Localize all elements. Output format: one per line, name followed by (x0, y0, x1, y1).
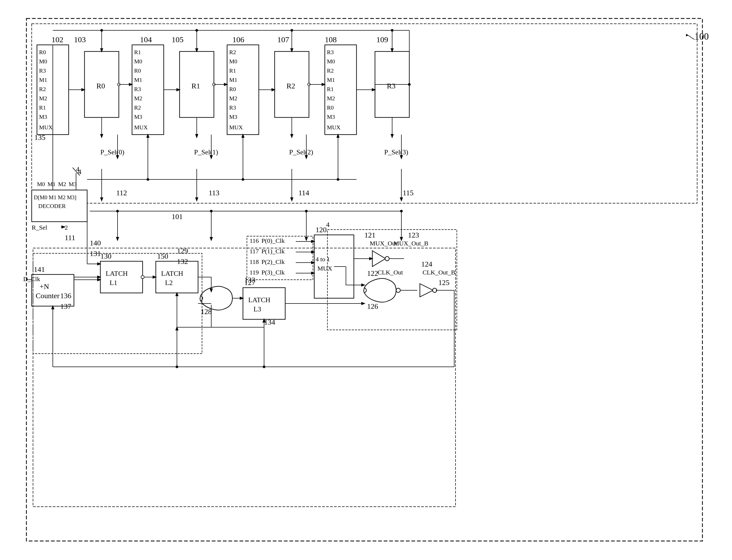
p3clk-ref: 119 (249, 269, 259, 276)
ref-126: 126 (367, 302, 378, 310)
ref-115: 115 (403, 189, 414, 197)
p1clk-ref: 117 (249, 248, 259, 255)
rsel-label: R_Sel (32, 224, 47, 231)
ref-103: 103 (74, 35, 86, 44)
mux106-r3: R3 (229, 104, 236, 111)
ref-136: 136 (60, 292, 71, 300)
ref-127: 133 (244, 276, 255, 284)
mux104-r3: R3 (134, 86, 141, 92)
l1-out-circle (141, 276, 144, 279)
psel0-label: P_Sel(0) (100, 148, 124, 156)
inverter-clk-out (420, 284, 433, 297)
counter-plus-n: +N (40, 282, 49, 291)
ref-113: 113 (209, 189, 219, 197)
mux102-r1: R1 (39, 104, 46, 111)
mux102-r3: R3 (39, 67, 46, 74)
ref-132: 132 (177, 257, 188, 265)
ref-121: 121 (364, 231, 376, 239)
ref-100: 100 (695, 31, 709, 42)
mux4to1-label1: 4 to 1 (315, 256, 330, 263)
mux106-m2: M2 (229, 95, 237, 102)
latch-l1-text1: LATCH (106, 270, 128, 277)
mux106-r2: R2 (229, 49, 236, 55)
mux104-m1: M1 (134, 77, 142, 83)
ref-123: 123 (408, 231, 419, 239)
mux108-m1: M1 (327, 77, 335, 83)
ref-141: 141 (34, 265, 45, 273)
ref-137: 137 (60, 302, 71, 310)
p1clk-label: P(1)_Clk (261, 248, 285, 255)
ref-107: 107 (277, 35, 289, 44)
latch-l3-text1: LATCH (248, 296, 270, 304)
p2clk-ref: 118 (249, 258, 259, 265)
latch-l2-text2: L2 (165, 279, 173, 287)
or-gate (200, 286, 233, 310)
mux102-m0: M0 (39, 58, 47, 65)
r3-label: R3 (387, 82, 396, 90)
latch-l1-text2: L1 (110, 279, 117, 287)
mux104-label: MUX (134, 124, 148, 131)
upper-region-border (32, 24, 697, 203)
mux106-m1: M1 (229, 77, 237, 83)
ref-129: 129 (177, 247, 188, 255)
psel1-label: P_Sel(1) (194, 148, 218, 156)
mux108-r0: R0 (327, 104, 334, 111)
label-4-mux: 4 (326, 221, 329, 229)
mux106-label: MUX (229, 124, 243, 131)
mux102-r0: R0 (39, 49, 46, 55)
clkout-b-label: CLK_Out_B (423, 269, 455, 276)
mux104-m2: M2 (134, 95, 142, 102)
decoder-text2: DECODER (38, 203, 66, 209)
mux108-m0: M0 (327, 58, 335, 65)
mux104-r1: R1 (134, 49, 141, 55)
m0-label: M0 (37, 181, 45, 187)
ref-114: 114 (298, 189, 309, 197)
ref-120: 120 (315, 226, 327, 234)
ref-124: 124 (421, 260, 432, 268)
ref-108: 108 (325, 35, 337, 44)
mux108-r2: R2 (327, 67, 334, 74)
mux104-r2: R2 (134, 104, 141, 111)
mux108-r3: R3 (327, 49, 334, 55)
nor-bubble (396, 288, 400, 292)
mux106-r1: R1 (229, 67, 236, 74)
ref-128: 128 (201, 307, 212, 316)
muxout-b-label: MUX_Out_B (394, 240, 428, 247)
latch-l2-text1: LATCH (161, 270, 183, 277)
mux102-m1: M1 (39, 77, 47, 83)
ref-125: 125 (438, 278, 450, 287)
mux102-r2: R2 (39, 86, 46, 92)
r1-label: R1 (191, 82, 200, 90)
p2clk-label: P(2)_Clk (261, 258, 285, 265)
m3-label: M3 (69, 181, 77, 187)
psel3-label: P_Sel(3) (384, 148, 408, 156)
ref-111: 111 (65, 234, 75, 242)
clkout-label: CLK_Out (378, 269, 403, 276)
svg-line-1 (687, 34, 695, 40)
mux108-m3: M3 (327, 113, 335, 120)
mux102-m2: M2 (39, 95, 47, 102)
ref-105: 105 (172, 35, 183, 44)
mux102-m3: M3 (39, 113, 47, 120)
ref-109: 109 (376, 35, 388, 44)
ref-140: 140 (90, 239, 101, 247)
dclk-label: D_Clk (23, 276, 40, 282)
dot-fb-l3 (263, 366, 265, 368)
latch-l3-text2: L3 (253, 305, 261, 313)
r0-label: R0 (96, 82, 105, 90)
p0clk-label: P(0)_Clk (261, 237, 285, 244)
ref-102: 102 (51, 35, 63, 44)
r2-label: R2 (286, 82, 295, 90)
ref-112: 112 (116, 189, 127, 197)
m1-label: M1 (48, 181, 56, 187)
decoder-text1: D[M0 M1 M2 M3] (34, 194, 77, 201)
mux106-m0: M0 (229, 58, 237, 65)
counter-label: Counter (36, 292, 60, 300)
ref-134: 134 (264, 318, 275, 326)
mux104-m0: M0 (134, 58, 142, 65)
mux106-r0: R0 (229, 86, 236, 92)
mux102-label: MUX (39, 124, 53, 131)
p3clk-label: P(3)_Clk (261, 269, 285, 276)
ref-135: 135 (34, 133, 45, 141)
m2-label: M2 (58, 181, 66, 187)
